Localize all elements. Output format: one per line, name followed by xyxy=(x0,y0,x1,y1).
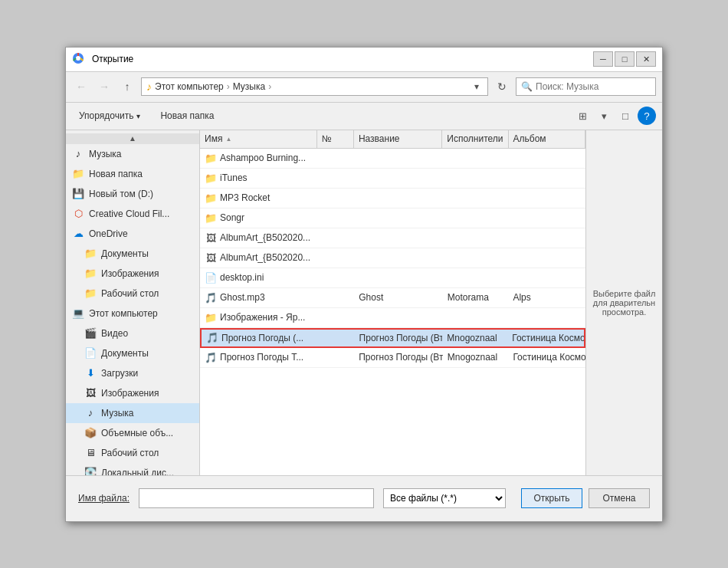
file-album-cell xyxy=(508,308,585,327)
file-album-cell: Alps xyxy=(508,288,585,307)
filename-input[interactable] xyxy=(139,488,374,508)
close-button[interactable]: ✕ xyxy=(636,51,656,67)
file-num-cell xyxy=(317,228,354,248)
sidebar-downloads-label: Загрузки xyxy=(101,368,193,379)
breadcrumb[interactable]: ♪ Этот компьютер › Музыка › ▾ xyxy=(141,77,488,96)
table-row[interactable]: 📄 desktop.ini xyxy=(200,268,585,288)
table-row[interactable]: 🎵 Ghost.mp3 Ghost Motorama Alps xyxy=(200,288,585,308)
view-dropdown-button[interactable]: ▾ xyxy=(595,107,613,125)
file-type-icon: 📁 xyxy=(205,172,217,184)
sidebar-item-music-pc[interactable]: ♪ Музыка xyxy=(66,403,199,423)
file-title: Прогноз Погоды (Второй) xyxy=(359,333,443,343)
sidebar-item-objects[interactable]: 📦 Объемные объ... xyxy=(66,423,199,443)
table-row[interactable]: 🎵 Прогноз Погоды (... Прогноз Погоды (Вт… xyxy=(200,328,585,348)
search-input[interactable] xyxy=(536,81,651,92)
sidebar-images-pc-label: Изображения xyxy=(101,388,193,399)
sidebar-item-desktop-onedrive[interactable]: 📁 Рабочий стол xyxy=(66,284,199,304)
file-num-cell xyxy=(317,208,354,228)
music-quick-icon: ♪ xyxy=(72,148,84,160)
sidebar-item-images-onedrive[interactable]: 📁 Изображения xyxy=(66,264,199,284)
sidebar-item-downloads[interactable]: ⬇ Загрузки xyxy=(66,363,199,383)
file-list[interactable]: 📁 Ashampoo Burning... 📁 iTunes xyxy=(200,149,585,475)
table-row[interactable]: 🖼 AlbumArt_{B502020... xyxy=(200,248,585,268)
file-name-cell: 🖼 AlbumArt_{B502020... xyxy=(200,228,317,248)
new-folder-button[interactable]: Новая папка xyxy=(153,107,221,125)
breadcrumb-dropdown-arrow[interactable]: ▾ xyxy=(471,78,483,95)
file-album-cell xyxy=(508,268,585,287)
new-folder-label: Новая папка xyxy=(160,110,214,121)
sidebar-item-video[interactable]: 🎬 Видео xyxy=(66,323,199,343)
file-artist-cell xyxy=(443,169,509,188)
file-title: Прогноз Погоды (Второй) xyxy=(359,352,443,363)
table-row[interactable]: 📁 Ashampoo Burning... xyxy=(200,149,585,169)
sidebar-objects-label: Объемные объ... xyxy=(101,428,193,438)
file-title-cell: Ghost xyxy=(354,288,443,307)
file-title-cell xyxy=(354,169,443,188)
sidebar: ▲ ♪ Музыка 📁 Новая папка 💾 Новый том (D:… xyxy=(66,130,200,475)
sidebar-item-creative-cloud[interactable]: ⬡ Creative Cloud Fil... xyxy=(66,204,199,224)
action-bar: Упорядочить ▾ Новая папка ⊞ ▾ □ ? xyxy=(66,103,662,130)
refresh-button[interactable]: ↻ xyxy=(493,77,511,96)
file-title-cell xyxy=(354,228,443,248)
col-header-artist[interactable]: Исполнители xyxy=(442,130,508,148)
navigation-toolbar: ← → ↑ ♪ Этот компьютер › Музыка › ▾ ↻ 🔍 xyxy=(66,72,662,103)
col-header-title[interactable]: Название xyxy=(354,130,442,148)
file-artist-cell xyxy=(443,308,509,327)
file-num-cell xyxy=(317,149,354,168)
filename-label: Имя файла: xyxy=(78,493,130,504)
table-row[interactable]: 📁 Songr xyxy=(200,208,585,228)
file-album-cell: Гостиница Космос xyxy=(507,330,584,346)
file-name-cell: 📁 Ashampoo Burning... xyxy=(200,149,317,168)
maximize-button[interactable]: □ xyxy=(615,51,635,67)
help-button[interactable]: ? xyxy=(638,107,656,125)
col-header-num[interactable]: № xyxy=(317,130,354,148)
col-header-name[interactable]: Имя ▲ xyxy=(200,130,317,148)
music-pc-icon: ♪ xyxy=(84,407,97,419)
sidebar-item-docs-pc[interactable]: 📄 Документы xyxy=(66,343,199,363)
open-button[interactable]: Открыть xyxy=(521,488,582,508)
sidebar-item-music-quick[interactable]: ♪ Музыка xyxy=(66,144,199,164)
view-mode-button[interactable]: ⊞ xyxy=(573,107,592,125)
file-num-cell xyxy=(317,288,354,307)
sidebar-item-this-computer[interactable]: 💻 Этот компьютер xyxy=(66,304,199,323)
sidebar-item-images-pc[interactable]: 🖼 Изображения xyxy=(66,383,199,403)
sidebar-item-onedrive[interactable]: ☁ OneDrive xyxy=(66,224,199,244)
cancel-button[interactable]: Отмена xyxy=(589,488,650,508)
sidebar-onedrive-label: OneDrive xyxy=(89,228,193,239)
sidebar-item-new-folder[interactable]: 📁 Новая папка xyxy=(66,164,199,184)
file-type-icon: 📁 xyxy=(205,311,217,323)
search-box[interactable]: 🔍 xyxy=(516,77,656,96)
sidebar-item-docs-onedrive[interactable]: 📁 Документы xyxy=(66,244,199,264)
forward-button[interactable]: → xyxy=(95,77,113,96)
file-album-cell xyxy=(508,189,585,208)
organize-label: Упорядочить xyxy=(79,110,133,121)
table-row[interactable]: 📁 Изображения - Яр... xyxy=(200,308,585,328)
back-button[interactable]: ← xyxy=(72,77,90,96)
col-header-album[interactable]: Альбом xyxy=(509,130,585,148)
minimize-button[interactable]: ─ xyxy=(593,51,613,67)
table-row[interactable]: 📁 iTunes xyxy=(200,169,585,189)
file-name-cell: 🎵 Ghost.mp3 xyxy=(200,288,317,307)
sidebar-item-drive-d-top[interactable]: 💾 Новый том (D:) xyxy=(66,184,199,204)
table-row[interactable]: 🖼 AlbumArt_{B502020... xyxy=(200,228,585,248)
file-name-cell: 📁 Songr xyxy=(200,208,317,228)
video-icon: 🎬 xyxy=(84,327,97,340)
up-button[interactable]: ↑ xyxy=(118,77,136,96)
file-artist-cell: Mnogoznaal xyxy=(442,330,507,346)
sidebar-item-local-disk[interactable]: 💽 Локальный дис... xyxy=(66,463,199,475)
file-num-cell xyxy=(317,169,354,188)
sidebar-item-desktop-pc[interactable]: 🖥 Рабочий стол xyxy=(66,443,199,463)
file-list-header: Имя ▲ № Название Исполнители Альбом xyxy=(200,130,585,149)
filetype-select[interactable]: Все файлы (*.*) xyxy=(383,488,506,508)
file-name-cell: 📄 desktop.ini xyxy=(200,268,317,287)
sidebar-scroll-up[interactable]: ▲ xyxy=(66,133,199,144)
file-title-cell: Прогноз Погоды (Второй) xyxy=(354,348,443,367)
breadcrumb-music-icon: ♪ xyxy=(146,80,152,93)
organize-button[interactable]: Упорядочить ▾ xyxy=(72,107,147,125)
file-name: iTunes xyxy=(220,172,248,183)
breadcrumb-separator: › xyxy=(227,81,230,92)
table-row[interactable]: 🎵 Прогноз Погоды Т... Прогноз Погоды (Вт… xyxy=(200,348,585,368)
table-row[interactable]: 📁 MP3 Rocket xyxy=(200,189,585,208)
preview-pane-button[interactable]: □ xyxy=(616,107,635,125)
sidebar-creative-cloud-label: Creative Cloud Fil... xyxy=(89,208,193,219)
